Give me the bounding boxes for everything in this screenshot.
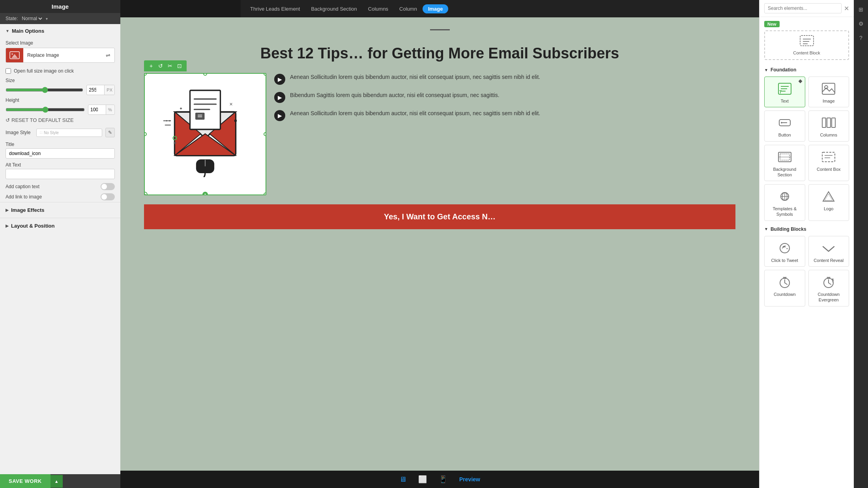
search-elements-input[interactable] [764,3,842,13]
breadcrumb-thrive-leads[interactable]: Thrive Leads Element [245,4,305,13]
element-content-box[interactable]: Content Box [808,145,849,181]
save-work-bar: SAVE WORK ▲ [0,474,120,488]
open-fullsize-checkbox[interactable] [6,68,11,74]
element-text[interactable]: T Text [764,77,805,107]
breadcrumb-bar: Thrive Leads Element Background Section … [241,0,759,17]
style-indicator-icon: ∷ [40,131,42,135]
element-countdown-evergreen[interactable]: 12 Countdown Evergreen [808,270,849,307]
resize-handle-bottom-right[interactable] [264,193,266,195]
svg-rect-38 [822,118,826,127]
image-container: + ↺ ✂ ⊡ [144,73,266,196]
state-select[interactable]: Normal Hover [20,15,43,22]
save-work-button[interactable]: SAVE WORK [0,474,51,488]
help-icon[interactable]: ? [855,32,866,43]
image-element-label: Image [823,98,835,104]
element-columns[interactable]: Columns [808,110,849,141]
image-effects-header[interactable]: ▶ Image Effects [0,202,120,218]
mobile-icon[interactable]: 📱 [439,475,447,484]
text-element-icon: T [777,82,793,96]
settings-icon[interactable]: ⚙ [855,18,866,29]
close-panel-button[interactable]: ✕ [844,5,849,12]
templates-symbols-element-label: Templates & Symbols [767,206,803,217]
cta-button[interactable]: Yes, I Want to Get Access N… [144,204,735,229]
svg-line-56 [785,283,787,284]
size-value-input[interactable] [87,86,104,94]
breadcrumb-background-section[interactable]: Background Section [305,4,362,13]
toolbar-cut-button[interactable]: ✂ [166,62,174,70]
foundation-label: Foundation [771,67,796,73]
layout-position-header[interactable]: ▶ Layout & Position [0,218,120,234]
link-toggle[interactable] [101,193,115,200]
columns-element-icon [821,116,836,130]
image-style-value[interactable]: ∷ No Style [36,129,102,137]
breadcrumb-columns[interactable]: Columns [363,4,394,13]
svg-point-53 [780,243,789,253]
main-options-arrow-icon: ▼ [6,29,9,33]
size-slider[interactable] [6,87,83,93]
tablet-icon[interactable]: ⬜ [418,475,427,484]
svg-point-37 [781,122,782,123]
countdown-evergreen-element-label: Countdown Evergreen [811,292,847,303]
desktop-icon[interactable]: 🖥 [399,475,406,484]
element-background-section[interactable]: Background Section [764,145,805,181]
height-slider[interactable] [6,107,85,113]
content-box-element-label: Content Box [817,166,841,172]
toolbar-add-button[interactable]: + [147,62,155,70]
svg-line-61 [829,283,831,284]
content-box-element-icon [821,150,836,164]
elements-scroll: New Content Block ▼ Foundation [760,17,854,488]
caption-toggle-row: Add caption text [0,181,120,192]
element-logo[interactable]: Logo [808,184,849,221]
toolbar-undo-button[interactable]: ↺ [157,62,165,70]
title-input[interactable] [6,148,115,159]
height-value-input[interactable] [88,106,106,114]
divider-line [430,29,450,30]
reset-default-size[interactable]: ↺ RESET TO DEFAULT SIZE [0,116,120,126]
alt-text-input[interactable] [6,169,115,179]
size-label: Size [0,77,120,83]
main-options-header[interactable]: ▼ Main Options [0,24,120,38]
logo-element-label: Logo [824,206,833,211]
replace-image-button[interactable]: Replace Image ⇌ [6,48,115,63]
resize-handle-top-right[interactable] [264,73,266,76]
image-style-edit-button[interactable]: ✎ [105,128,115,137]
caption-toggle[interactable] [101,183,115,190]
foundation-section-header[interactable]: ▼ Foundation [760,64,854,74]
add-element-icon[interactable]: ⊞ [855,4,866,15]
link-toggle-row: Add link to image [0,192,120,202]
bullet-arrow-icon-2: ▶ [274,92,285,103]
layout-position-section: ▶ Layout & Position [0,218,120,234]
image-style-value-text: No Style [44,131,59,135]
breadcrumb-image[interactable]: Image [423,4,449,13]
image-style-row: Image Style ∷ No Style ✎ [0,126,120,140]
building-blocks-section-header[interactable]: ▼ Building Blocks [760,223,854,234]
reset-icon: ↺ [6,117,10,123]
resize-handle-mid-right[interactable] [264,132,266,136]
element-countdown[interactable]: 12 Countdown [764,270,805,307]
svg-rect-44 [822,152,835,162]
toolbar-delete-button[interactable]: ⊡ [176,62,183,70]
foundation-arrow-icon: ▼ [764,68,768,72]
content-block-tile[interactable]: Content Block [764,30,849,60]
element-templates-symbols[interactable]: Templates & Symbols [764,184,805,221]
image-effects-label: Image Effects [11,207,45,213]
element-image[interactable]: Image [808,77,849,107]
save-work-arrow-button[interactable]: ▲ [51,475,63,488]
content-block-label: Content Block [793,50,820,55]
canvas-add-dot-bl[interactable]: + [144,192,148,195]
right-panel: ✕ New Content Block ▼ Foundation [759,0,854,488]
image-thumbnail [6,48,23,62]
svg-marker-51 [823,192,834,201]
preview-button[interactable]: Preview [459,476,480,482]
content-reveal-element-icon [821,241,836,255]
link-label: Add link to image [6,194,42,200]
element-button[interactable]: Button [764,110,805,141]
breadcrumb-column[interactable]: Column [394,4,423,13]
canvas-add-dot-bm[interactable]: ● [202,192,208,195]
bg-section-element-label: Background Section [767,166,803,178]
element-click-to-tweet[interactable]: Click to Tweet [764,236,805,267]
layout-position-label: Layout & Position [11,223,55,229]
sidebar-icons: ⊞ ⚙ ? [854,0,868,488]
element-content-reveal[interactable]: Content Reveal [808,236,849,267]
image-selected-box[interactable]: ✦ ✕ ✦ + ● [144,73,266,195]
